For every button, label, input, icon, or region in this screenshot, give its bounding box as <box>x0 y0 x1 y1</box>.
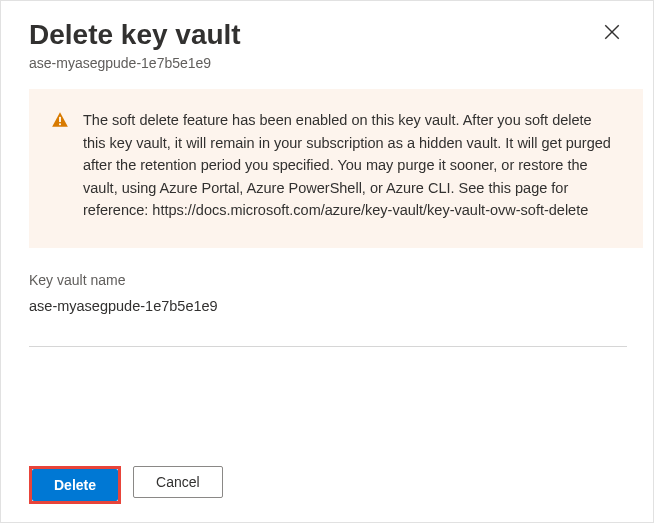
svg-rect-2 <box>59 117 61 122</box>
divider <box>29 346 627 347</box>
panel-body[interactable]: The soft delete feature has been enabled… <box>29 89 653 450</box>
field-value: ase-myasegpude-1e7b5e1e9 <box>29 298 627 314</box>
delete-button[interactable]: Delete <box>32 469 118 501</box>
key-vault-name-field: Key vault name ase-myasegpude-1e7b5e1e9 <box>29 272 647 314</box>
warning-icon <box>51 111 69 221</box>
svg-rect-3 <box>59 124 61 126</box>
panel-header: Delete key vault ase-myasegpude-1e7b5e1e… <box>29 19 653 71</box>
field-label: Key vault name <box>29 272 627 288</box>
close-button[interactable] <box>599 19 625 45</box>
panel-subtitle: ase-myasegpude-1e7b5e1e9 <box>29 55 241 71</box>
warning-text: The soft delete feature has been enabled… <box>83 109 615 221</box>
delete-key-vault-panel: Delete key vault ase-myasegpude-1e7b5e1e… <box>1 1 653 522</box>
title-block: Delete key vault ase-myasegpude-1e7b5e1e… <box>29 19 241 71</box>
warning-banner: The soft delete feature has been enabled… <box>29 89 643 247</box>
cancel-button[interactable]: Cancel <box>133 466 223 498</box>
close-icon <box>603 29 621 44</box>
delete-button-highlight: Delete <box>29 466 121 504</box>
panel-footer: Delete Cancel <box>29 466 653 504</box>
panel-title: Delete key vault <box>29 19 241 51</box>
